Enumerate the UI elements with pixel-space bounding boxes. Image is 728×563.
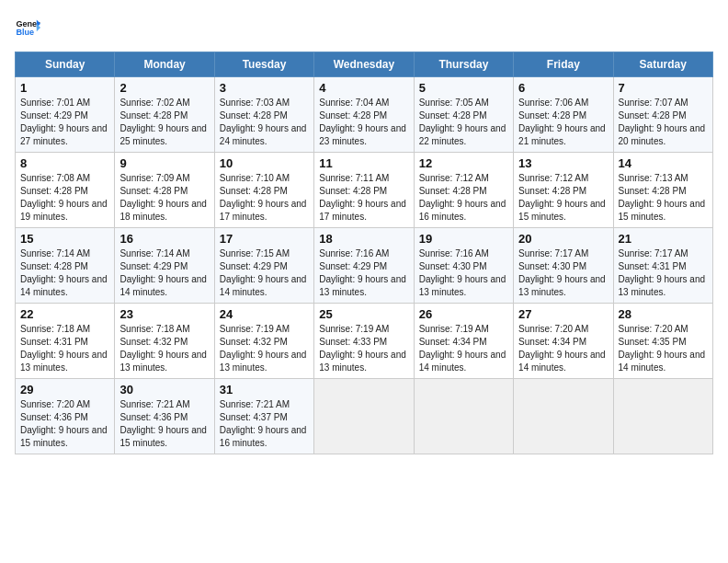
calendar-cell-day-12: 12Sunrise: 7:12 AMSunset: 4:28 PMDayligh… bbox=[414, 153, 513, 228]
day-number: 19 bbox=[419, 232, 508, 246]
day-info: Sunrise: 7:06 AMSunset: 4:28 PMDaylight:… bbox=[518, 97, 608, 148]
day-number: 25 bbox=[319, 307, 408, 321]
calendar-cell-day-15: 15Sunrise: 7:14 AMSunset: 4:28 PMDayligh… bbox=[16, 228, 115, 304]
day-info: Sunrise: 7:13 AMSunset: 4:28 PMDaylight:… bbox=[619, 172, 708, 224]
day-header-wednesday: Wednesday bbox=[314, 52, 414, 77]
day-info: Sunrise: 7:14 AMSunset: 4:29 PMDaylight:… bbox=[119, 247, 209, 299]
calendar-header: SundayMondayTuesdayWednesdayThursdayFrid… bbox=[16, 52, 713, 77]
day-number: 22 bbox=[20, 307, 109, 321]
day-header-saturday: Saturday bbox=[613, 52, 712, 77]
day-number: 29 bbox=[20, 383, 109, 396]
empty-cell bbox=[314, 379, 414, 454]
day-number: 23 bbox=[119, 307, 209, 321]
day-info: Sunrise: 7:07 AMSunset: 4:28 PMDaylight:… bbox=[619, 97, 708, 148]
day-number: 5 bbox=[419, 81, 508, 95]
day-header-monday: Monday bbox=[115, 52, 214, 77]
day-info: Sunrise: 7:17 AMSunset: 4:30 PMDaylight:… bbox=[518, 247, 608, 299]
day-info: Sunrise: 7:15 AMSunset: 4:29 PMDaylight:… bbox=[220, 247, 309, 299]
day-info: Sunrise: 7:19 AMSunset: 4:32 PMDaylight:… bbox=[220, 323, 309, 374]
day-number: 18 bbox=[319, 232, 408, 246]
calendar-cell-day-9: 9Sunrise: 7:09 AMSunset: 4:28 PMDaylight… bbox=[115, 153, 214, 228]
day-info: Sunrise: 7:20 AMSunset: 4:35 PMDaylight:… bbox=[619, 323, 708, 374]
calendar-cell-day-17: 17Sunrise: 7:15 AMSunset: 4:29 PMDayligh… bbox=[214, 228, 313, 304]
calendar-cell-day-31: 31Sunrise: 7:21 AMSunset: 4:37 PMDayligh… bbox=[214, 379, 313, 454]
page-header: General Blue bbox=[15, 15, 713, 40]
day-info: Sunrise: 7:14 AMSunset: 4:28 PMDaylight:… bbox=[20, 247, 109, 299]
calendar-cell-day-20: 20Sunrise: 7:17 AMSunset: 4:30 PMDayligh… bbox=[514, 228, 613, 304]
day-info: Sunrise: 7:08 AMSunset: 4:28 PMDaylight:… bbox=[20, 172, 109, 224]
day-info: Sunrise: 7:18 AMSunset: 4:32 PMDaylight:… bbox=[119, 323, 209, 374]
day-info: Sunrise: 7:12 AMSunset: 4:28 PMDaylight:… bbox=[518, 172, 608, 224]
day-number: 1 bbox=[20, 81, 109, 95]
day-info: Sunrise: 7:16 AMSunset: 4:30 PMDaylight:… bbox=[419, 247, 508, 299]
day-info: Sunrise: 7:09 AMSunset: 4:28 PMDaylight:… bbox=[119, 172, 209, 224]
calendar-cell-day-19: 19Sunrise: 7:16 AMSunset: 4:30 PMDayligh… bbox=[414, 228, 513, 304]
calendar-cell-day-7: 7Sunrise: 7:07 AMSunset: 4:28 PMDaylight… bbox=[613, 77, 712, 153]
day-number: 7 bbox=[619, 81, 708, 95]
day-number: 30 bbox=[119, 383, 209, 396]
calendar-cell-day-28: 28Sunrise: 7:20 AMSunset: 4:35 PMDayligh… bbox=[613, 304, 712, 379]
svg-text:Blue: Blue bbox=[16, 28, 34, 37]
calendar-cell-day-10: 10Sunrise: 7:10 AMSunset: 4:28 PMDayligh… bbox=[214, 153, 313, 228]
day-info: Sunrise: 7:21 AMSunset: 4:36 PMDaylight:… bbox=[119, 398, 209, 450]
day-info: Sunrise: 7:10 AMSunset: 4:28 PMDaylight:… bbox=[220, 172, 309, 224]
day-info: Sunrise: 7:20 AMSunset: 4:34 PMDaylight:… bbox=[518, 323, 608, 374]
day-number: 28 bbox=[619, 307, 708, 321]
day-number: 8 bbox=[20, 156, 109, 170]
calendar-cell-day-11: 11Sunrise: 7:11 AMSunset: 4:28 PMDayligh… bbox=[314, 153, 414, 228]
calendar-cell-day-18: 18Sunrise: 7:16 AMSunset: 4:29 PMDayligh… bbox=[314, 228, 414, 304]
day-number: 26 bbox=[419, 307, 508, 321]
calendar-cell-day-3: 3Sunrise: 7:03 AMSunset: 4:28 PMDaylight… bbox=[214, 77, 313, 153]
day-number: 3 bbox=[220, 81, 309, 95]
day-info: Sunrise: 7:18 AMSunset: 4:31 PMDaylight:… bbox=[20, 323, 109, 374]
day-number: 21 bbox=[619, 232, 708, 246]
day-header-friday: Friday bbox=[514, 52, 613, 77]
calendar-cell-day-4: 4Sunrise: 7:04 AMSunset: 4:28 PMDaylight… bbox=[314, 77, 414, 153]
day-number: 31 bbox=[220, 383, 309, 396]
day-number: 13 bbox=[518, 156, 608, 170]
calendar-cell-day-30: 30Sunrise: 7:21 AMSunset: 4:36 PMDayligh… bbox=[115, 379, 214, 454]
empty-cell bbox=[514, 379, 613, 454]
calendar-cell-day-29: 29Sunrise: 7:20 AMSunset: 4:36 PMDayligh… bbox=[16, 379, 115, 454]
calendar-cell-day-5: 5Sunrise: 7:05 AMSunset: 4:28 PMDaylight… bbox=[414, 77, 513, 153]
logo: General Blue bbox=[15, 15, 40, 40]
calendar-cell-day-1: 1Sunrise: 7:01 AMSunset: 4:29 PMDaylight… bbox=[16, 77, 115, 153]
day-info: Sunrise: 7:19 AMSunset: 4:33 PMDaylight:… bbox=[319, 323, 408, 374]
day-info: Sunrise: 7:21 AMSunset: 4:37 PMDaylight:… bbox=[220, 398, 309, 450]
day-header-tuesday: Tuesday bbox=[214, 52, 313, 77]
day-number: 15 bbox=[20, 232, 109, 246]
day-header-thursday: Thursday bbox=[414, 52, 513, 77]
day-number: 16 bbox=[119, 232, 209, 246]
empty-cell bbox=[414, 379, 513, 454]
logo-icon: General Blue bbox=[15, 15, 40, 40]
day-number: 2 bbox=[119, 81, 209, 95]
day-number: 20 bbox=[518, 232, 608, 246]
day-info: Sunrise: 7:17 AMSunset: 4:31 PMDaylight:… bbox=[619, 247, 708, 299]
day-number: 11 bbox=[319, 156, 408, 170]
day-number: 12 bbox=[419, 156, 508, 170]
calendar-cell-day-2: 2Sunrise: 7:02 AMSunset: 4:28 PMDaylight… bbox=[115, 77, 214, 153]
day-info: Sunrise: 7:03 AMSunset: 4:28 PMDaylight:… bbox=[220, 97, 309, 148]
day-number: 14 bbox=[619, 156, 708, 170]
day-number: 6 bbox=[518, 81, 608, 95]
day-number: 9 bbox=[119, 156, 209, 170]
day-number: 4 bbox=[319, 81, 408, 95]
day-info: Sunrise: 7:04 AMSunset: 4:28 PMDaylight:… bbox=[319, 97, 408, 148]
day-number: 27 bbox=[518, 307, 608, 321]
calendar-cell-day-25: 25Sunrise: 7:19 AMSunset: 4:33 PMDayligh… bbox=[314, 304, 414, 379]
calendar-cell-day-26: 26Sunrise: 7:19 AMSunset: 4:34 PMDayligh… bbox=[414, 304, 513, 379]
day-info: Sunrise: 7:11 AMSunset: 4:28 PMDaylight:… bbox=[319, 172, 408, 224]
day-number: 10 bbox=[220, 156, 309, 170]
day-info: Sunrise: 7:05 AMSunset: 4:28 PMDaylight:… bbox=[419, 97, 508, 148]
calendar-cell-day-6: 6Sunrise: 7:06 AMSunset: 4:28 PMDaylight… bbox=[514, 77, 613, 153]
day-info: Sunrise: 7:19 AMSunset: 4:34 PMDaylight:… bbox=[419, 323, 508, 374]
calendar-cell-day-14: 14Sunrise: 7:13 AMSunset: 4:28 PMDayligh… bbox=[613, 153, 712, 228]
day-info: Sunrise: 7:01 AMSunset: 4:29 PMDaylight:… bbox=[20, 97, 109, 148]
day-header-sunday: Sunday bbox=[16, 52, 115, 77]
calendar-cell-day-22: 22Sunrise: 7:18 AMSunset: 4:31 PMDayligh… bbox=[16, 304, 115, 379]
calendar-cell-day-21: 21Sunrise: 7:17 AMSunset: 4:31 PMDayligh… bbox=[613, 228, 712, 304]
empty-cell bbox=[613, 379, 712, 454]
day-info: Sunrise: 7:16 AMSunset: 4:29 PMDaylight:… bbox=[319, 247, 408, 299]
calendar-cell-day-27: 27Sunrise: 7:20 AMSunset: 4:34 PMDayligh… bbox=[514, 304, 613, 379]
day-info: Sunrise: 7:02 AMSunset: 4:28 PMDaylight:… bbox=[119, 97, 209, 148]
